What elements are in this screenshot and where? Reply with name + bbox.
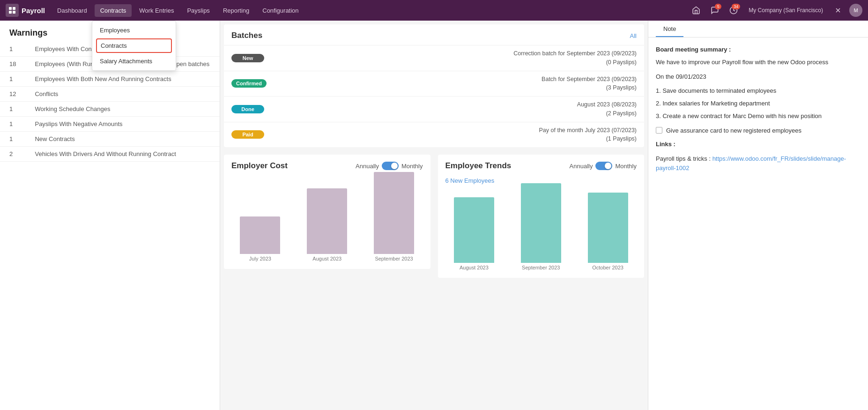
warning-row[interactable]: 1Payslips With Negative Amounts [0,117,220,132]
bar-label: October 2023 [592,265,623,270]
note-panel: Note Board meeting summary : We have to … [648,21,868,410]
nav-right-actions: 5 34 My Company (San Francisco) M [689,3,862,18]
main-layout: Warnings 1Employees With Contracts Of Sa… [0,21,868,410]
employee-trends-section: Employee Trends Annually Monthly 6 New E… [434,151,648,282]
bar [240,216,280,254]
batch-badge: New [231,54,264,62]
warning-row[interactable]: 12Conflicts [0,87,220,102]
app-brand[interactable]: Payroll [6,4,45,17]
note-line1: We have to improve our Payroll flow with… [656,58,861,67]
nav-dashboard[interactable]: Dashboard [52,4,93,17]
bar-group: October 2023 [579,193,637,270]
svg-rect-0 [9,7,12,10]
batch-badge: Done [231,105,264,113]
batch-info: Pay of the month July 2023 (07/2023)(1 P… [270,126,637,144]
warning-label: Conflicts [25,87,220,102]
home-icon-btn[interactable] [689,3,704,18]
nav-payslips[interactable]: Payslips [181,4,215,17]
warning-label: Working Schedule Changes [25,102,220,117]
toggle-knob [391,163,398,169]
company-label[interactable]: My Company (San Francisco) [745,7,827,14]
employer-cost-toggle-annually: Annually [356,163,379,170]
nav-reporting[interactable]: Reporting [217,4,255,17]
chat-icon-btn[interactable]: 5 [707,3,722,18]
warning-row[interactable]: 2Vehicles With Drivers And Without Runni… [0,147,220,162]
svg-rect-3 [13,11,15,14]
links-label: Links : [656,140,861,149]
charts-row: Employer Cost Annually Monthly July 2023… [220,151,648,282]
warning-label: Payslips With Negative Amounts [25,117,220,132]
warning-num: 1 [0,42,25,57]
batches-all-link[interactable]: All [630,32,637,39]
nav-contracts[interactable]: Contracts [95,4,132,17]
employee-trends-toggle-annually: Annually [570,163,593,170]
batch-row[interactable]: ConfirmedBatch for September 2023 (09/20… [224,71,644,97]
board-meeting-title: Board meeting summary : [656,45,861,55]
bar-group: July 2023 [231,216,289,261]
batch-row[interactable]: NewCorrection batch for September 2023 (… [224,45,644,71]
warning-row[interactable]: 1New Contracts [0,132,220,147]
dropdown-salary-attachments[interactable]: Salary Attachments [92,54,176,68]
dropdown-contracts[interactable]: Contracts [96,38,172,53]
employee-trends-toggle: Annually Monthly [570,162,637,170]
toggle-knob-2 [605,163,611,169]
svg-rect-2 [9,11,12,14]
bar-label: August 2023 [460,265,489,270]
bar [307,188,347,254]
brand-label: Payroll [22,7,45,15]
updates-icon-btn[interactable]: 34 [726,3,741,18]
batch-row[interactable]: PaidPay of the month July 2023 (07/2023)… [224,122,644,148]
batch-badge: Paid [231,130,264,139]
checkbox-label: Give assurance card to new registered em… [666,127,801,134]
warning-label: Vehicles With Drivers And Without Runnin… [25,147,220,162]
close-icon-btn[interactable] [831,3,846,18]
bar-group: August 2023 [298,188,356,261]
bar-group: August 2023 [445,197,503,270]
payroll-tips: Payroll tips & tricks : https://www.odoo… [656,154,861,174]
warning-num: 1 [0,117,25,132]
note-list: 1. Save documents to terminated employee… [656,86,861,121]
batches-section: Batches All NewCorrection batch for Sept… [224,24,644,147]
bar [454,197,494,263]
employer-cost-toggle: Annually Monthly [356,162,423,170]
checkbox-assurance[interactable] [656,127,662,134]
dropdown-employees[interactable]: Employees [92,23,176,37]
payroll-tips-prefix: Payroll tips & tricks : [656,155,712,162]
app-icon [6,4,19,17]
note-date: On the 09/01/2023 [656,72,861,82]
employee-trends-toggle-switch[interactable] [595,162,612,170]
batch-badge: Confirmed [231,79,267,88]
nav-configuration[interactable]: Configuration [257,4,304,17]
warning-num: 1 [0,72,25,87]
nav-work-entries[interactable]: Work Entries [134,4,179,17]
note-list-item: 1. Save documents to terminated employee… [656,86,861,96]
bar-group: September 2023 [512,183,570,270]
batch-row[interactable]: DoneAugust 2023 (08/2023)(2 Payslips) [224,96,644,122]
links-section: Links : Payroll tips & tricks : https://… [656,140,861,173]
bar-label: July 2023 [249,256,271,261]
warning-label: New Contracts [25,132,220,147]
warning-row[interactable]: 1Employees With Both New And Running Con… [0,72,220,87]
employer-cost-toggle-switch[interactable] [382,162,399,170]
note-tab[interactable]: Note [656,21,683,37]
user-avatar[interactable]: M [849,4,862,17]
employer-cost-title: Employer Cost [231,161,288,171]
bar-group: September 2023 [365,172,423,261]
warning-num: 12 [0,87,25,102]
warning-num: 1 [0,102,25,117]
batch-info: Batch for September 2023 (09/2023)(3 Pay… [272,75,637,93]
center-panel: Batches All NewCorrection batch for Sept… [220,21,648,410]
note-tab-bar: Note [648,21,868,37]
employer-cost-toggle-monthly: Monthly [401,163,423,170]
employee-trends-bars: August 2023September 2023October 2023 [438,184,645,278]
employer-cost-bars: July 2023August 2023September 2023 [224,175,430,269]
warning-num: 1 [0,132,25,147]
contracts-dropdown-menu: Employees Contracts Salary Attachments [92,21,176,71]
batches-header: Batches All [224,24,644,45]
bar [374,172,414,254]
employee-trends-header: Employee Trends Annually Monthly [438,155,645,175]
warning-row[interactable]: 1Working Schedule Changes [0,102,220,117]
warning-label: Employees With Both New And Running Cont… [25,72,220,87]
warning-num: 2 [0,147,25,162]
bar [588,193,628,263]
